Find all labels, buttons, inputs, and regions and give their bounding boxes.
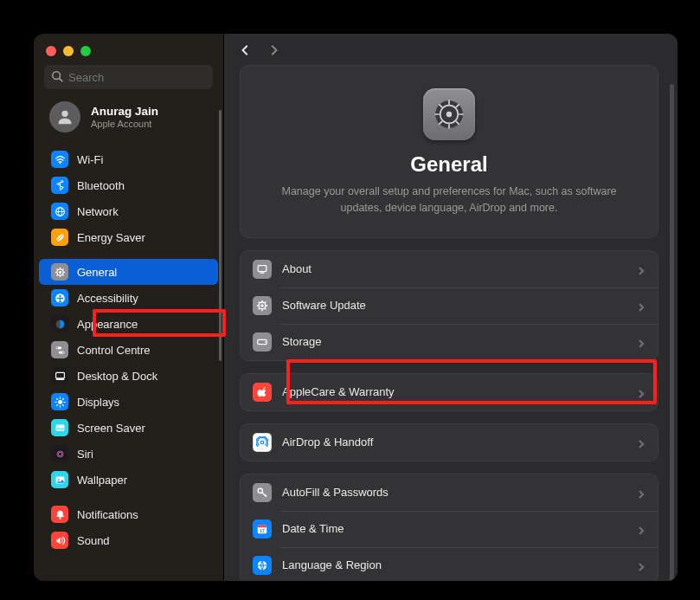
sidebar-item-label: Control Centre (77, 344, 151, 357)
chevron-right-icon (637, 438, 645, 447)
window-controls (34, 34, 223, 65)
svg-rect-54 (260, 272, 264, 273)
sidebar-item-network[interactable]: Network (39, 198, 218, 224)
airdrop-icon (253, 433, 272, 452)
svg-point-3 (59, 162, 61, 164)
search-field[interactable] (44, 65, 213, 89)
disk-icon (253, 332, 272, 352)
svg-rect-24 (55, 372, 64, 378)
sidebar-scrollbar[interactable] (219, 110, 222, 361)
wifi-icon (51, 151, 68, 168)
sidebar-item-general[interactable]: General (39, 259, 218, 285)
nav-forward-button[interactable] (267, 44, 279, 56)
sun-icon (51, 393, 68, 410)
sidebar-item-control-centre[interactable]: Control Centre (39, 337, 218, 363)
chevron-right-icon (637, 338, 645, 346)
row-airdrop-handoff[interactable]: AirDrop & Handoff (241, 424, 658, 461)
svg-point-55 (260, 304, 264, 307)
svg-point-0 (53, 71, 61, 79)
sidebar-item-label: Screen Saver (77, 422, 145, 435)
sidebar-item-label: General (77, 266, 117, 279)
sidebar-item-accessibility[interactable]: Accessibility (39, 285, 218, 311)
nav-back-button[interactable] (240, 44, 252, 56)
zoom-window-button[interactable] (80, 46, 91, 56)
row-label: AutoFill & Passwords (282, 486, 626, 499)
close-window-button[interactable] (46, 46, 56, 56)
sidebar-item-bluetooth[interactable]: Bluetooth (39, 172, 218, 198)
apple-account-row[interactable]: Anurag Jain Apple Account (34, 100, 223, 143)
sidebar-item-appearance[interactable]: Appearance (39, 311, 218, 337)
sidebar-item-notifications[interactable]: Notifications (39, 501, 218, 527)
sidebar-item-wi-fi[interactable]: Wi-Fi (39, 146, 218, 172)
switches-icon (51, 341, 68, 358)
chevron-right-icon (637, 388, 645, 397)
gear-icon (423, 88, 475, 140)
avatar (49, 101, 80, 132)
sidebar-item-label: Appearance (77, 318, 138, 331)
row-label: AirDrop & Handoff (282, 435, 626, 448)
row-label: Language & Region (282, 558, 626, 571)
account-name: Anurag Jain (91, 105, 158, 118)
svg-line-16 (56, 274, 57, 275)
content: General Manage your overall setup and pr… (224, 65, 678, 581)
row-autofill-passwords[interactable]: AutoFill & Passwords (241, 474, 658, 511)
sidebar-item-label: Sound (77, 534, 110, 547)
page-description: Manage your overall setup and preference… (275, 184, 623, 216)
sidebar-item-sound[interactable]: Sound (39, 527, 218, 553)
sidebar-item-desktop-dock[interactable]: Desktop & Dock (39, 363, 218, 389)
svg-point-41 (59, 517, 61, 519)
row-label: Software Update (282, 299, 626, 312)
svg-point-67 (260, 441, 264, 444)
gear-icon (51, 263, 68, 281)
chevron-right-icon (637, 488, 645, 497)
svg-point-2 (61, 111, 67, 117)
row-label: AppleCare & Warranty (282, 385, 626, 398)
sidebar-list: Wi-FiBluetoothNetworkEnergy SaverGeneral… (34, 143, 223, 581)
applecare-icon (253, 383, 272, 402)
settings-group: AirDrop & Handoff (240, 423, 658, 461)
row-label: Storage (282, 335, 626, 348)
svg-line-15 (62, 268, 63, 269)
svg-rect-35 (55, 424, 64, 430)
sidebar-item-siri[interactable]: Siri (39, 441, 218, 467)
row-date-time[interactable]: 17Date & Time (241, 511, 658, 547)
chevron-right-icon (637, 525, 645, 533)
bluetooth-icon (51, 177, 68, 194)
row-language-region[interactable]: Language & Region (241, 547, 658, 582)
search-input[interactable] (68, 71, 214, 84)
settings-group: AboutSoftware UpdateStorage (240, 250, 658, 361)
figure-icon (51, 289, 68, 306)
globe2-icon (253, 556, 272, 575)
svg-point-21 (56, 346, 58, 348)
globe-icon (51, 203, 68, 220)
row-about[interactable]: About (241, 251, 658, 287)
account-sub: Apple Account (91, 119, 158, 129)
svg-point-7 (58, 270, 61, 273)
svg-line-32 (62, 404, 63, 405)
main-scrollbar[interactable] (670, 84, 674, 581)
mac-icon (253, 260, 272, 279)
page-title: General (275, 152, 623, 177)
sidebar-item-energy-saver[interactable]: Energy Saver (39, 224, 218, 250)
bell-icon (51, 506, 68, 523)
speaker-icon (51, 532, 68, 549)
search-icon (51, 70, 68, 85)
sidebar-item-displays[interactable]: Displays (39, 389, 218, 415)
chevron-right-icon (637, 561, 645, 570)
appearance-icon (51, 315, 68, 332)
gear-icon (253, 296, 272, 315)
svg-rect-25 (55, 378, 64, 380)
sidebar-item-label: Desktop & Dock (77, 370, 157, 383)
row-storage[interactable]: Storage (241, 324, 658, 360)
row-applecare-warranty[interactable]: AppleCare & Warranty (241, 374, 658, 410)
siri-icon (51, 445, 68, 462)
svg-point-40 (57, 478, 59, 480)
row-software-update[interactable]: Software Update (241, 287, 658, 324)
calendar-icon: 17 (253, 519, 272, 539)
sidebar-item-screen-saver[interactable]: Screen Saver (39, 415, 218, 441)
sidebar-item-label: Bluetooth (77, 179, 125, 192)
sidebar-item-wallpaper[interactable]: Wallpaper (39, 467, 218, 493)
svg-point-44 (447, 113, 452, 117)
minimize-window-button[interactable] (63, 46, 74, 56)
svg-line-61 (259, 301, 260, 302)
